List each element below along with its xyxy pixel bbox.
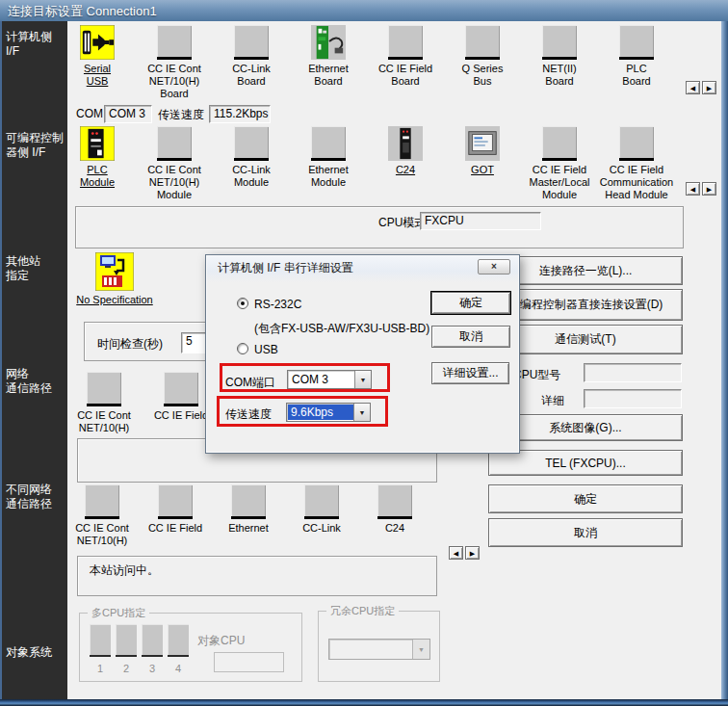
icon-label: CC-Link Module (232, 164, 271, 189)
board-icon (619, 25, 654, 60)
pc-if-row: Serial USB CC IE Cont NET/10(H) Board CC… (59, 25, 675, 100)
detail-field (584, 389, 682, 408)
other-station-no-spec[interactable]: No Specification (62, 252, 168, 306)
board-icon (234, 25, 269, 60)
diff-net-cc-link[interactable]: CC-Link (285, 484, 358, 547)
tel-button[interactable]: TEL (FXCPU)... (488, 450, 683, 476)
plc-if-scroll: ◀ ▶ (686, 182, 716, 196)
board-icon (388, 25, 423, 60)
window-border-bottom (0, 699, 728, 706)
module-icon (542, 126, 577, 161)
multi-cpu-slots (90, 624, 189, 657)
rs232c-note: (包含FX-USB-AW/FX3U-USB-BD) (254, 321, 429, 337)
sidebar-item-target-system: 对象系统 (6, 645, 65, 660)
sidebar: 计算机侧 I/F 可编程控制 器侧 I/F 其他站 指定 网络 通信路径 不同网… (0, 21, 67, 699)
net-route-cc-ie-cont[interactable]: CC IE Cont NET/10(H) (65, 372, 143, 434)
pc-if-plc-board[interactable]: PLC Board (598, 25, 675, 100)
icon-label: CC-Link Board (232, 63, 271, 88)
cpu-slot-4 (168, 624, 189, 657)
scroll-right-icon[interactable]: ▶ (465, 546, 480, 560)
plc-if-ethernet-module[interactable]: Ethernet Module (290, 126, 367, 201)
diff-net-c24[interactable]: C24 (358, 484, 431, 547)
status-text: 本站访问中。 (90, 562, 159, 579)
close-icon[interactable]: × (478, 259, 510, 275)
icon-label: CC IE Field Communication Head Module (600, 164, 673, 201)
diff-net-cc-ie-cont[interactable]: CC IE Cont NET/10(H) (65, 484, 139, 547)
icon-label: No Specification (62, 294, 168, 306)
sidebar-item-diff-network: 不同网络 通信路径 (6, 483, 65, 511)
speed-label: 传送速度 (158, 107, 204, 123)
com-port-display: COM 3 (104, 105, 152, 123)
pc-if-cc-ie-cont-board[interactable]: CC IE Cont NET/10(H) Board (136, 25, 213, 100)
slot-number: 4 (168, 663, 189, 674)
icon-label: PLC Board (622, 63, 650, 88)
scroll-left-icon[interactable]: ◀ (449, 546, 463, 560)
slot-number: 3 (142, 663, 163, 674)
window-titlebar[interactable]: 连接目标设置 Connection1 (0, 0, 728, 21)
plc-if-c24[interactable]: C24 (367, 126, 444, 201)
scroll-right-icon[interactable]: ▶ (702, 182, 716, 196)
scroll-right-icon[interactable]: ▶ (702, 81, 716, 94)
icon-label: Ethernet Module (308, 164, 349, 189)
module-icon (619, 126, 654, 161)
rs232c-radio-label: RS-232C (254, 298, 301, 311)
dialog-title: 计算机侧 I/F 串行详细设置 (218, 260, 353, 276)
pc-if-scroll: ◀ ▶ (686, 81, 716, 94)
multi-cpu-slot-numbers: 1 2 3 4 (90, 663, 189, 674)
transfer-setup-window: 连接目标设置 Connection1 计算机侧 I/F 可编程控制 器侧 I/F… (0, 0, 728, 706)
plc-if-row: PLC Module CC IE Cont NET/10(H) Module C… (59, 126, 675, 201)
icon-label: Q Series Bus (462, 63, 504, 88)
cpu-slot-2 (116, 624, 137, 657)
icon-label: GOT (471, 164, 494, 176)
sidebar-item-other-station: 其他站 指定 (6, 254, 65, 283)
redundant-cpu-combobox: ▼ (328, 639, 430, 660)
plc-if-plc-module[interactable]: PLC Module (59, 126, 136, 201)
speed-display: 115.2Kbps (209, 105, 271, 123)
module-icon (234, 126, 269, 161)
redundant-cpu-legend: 冗余CPU指定 (326, 604, 399, 618)
diff-net-ethernet[interactable]: Ethernet (212, 484, 285, 547)
plc-if-got[interactable]: GOT (444, 126, 521, 201)
com-port-highlight-annotation (220, 363, 390, 392)
icon-label: Ethernet Board (308, 63, 349, 88)
multi-cpu-legend: 多CPU指定 (88, 606, 149, 620)
pc-if-serial-usb[interactable]: Serial USB (59, 25, 136, 100)
slot-number: 2 (116, 663, 137, 674)
icon-label: CC IE Field Board (378, 63, 432, 88)
plc-if-cc-ie-field-head[interactable]: CC IE Field Communication Head Module (598, 126, 675, 201)
c24-icon (388, 126, 423, 161)
network-route-row: CC IE Cont NET/10(H) CC IE Field (65, 372, 220, 434)
icon-label: CC IE Field Master/Local Module (530, 164, 590, 201)
icon-label: NET(II) Board (542, 63, 576, 88)
dialog-cancel-button[interactable]: 取消 (431, 326, 510, 348)
plc-if-cc-link-module[interactable]: CC-Link Module (213, 126, 290, 201)
icon-label: C24 (385, 522, 404, 535)
module-icon (164, 372, 198, 406)
scroll-left-icon[interactable]: ◀ (686, 81, 700, 94)
cancel-button[interactable]: 取消 (488, 518, 683, 547)
pc-if-net2-board[interactable]: NET(II) Board (521, 25, 598, 100)
dialog-ok-button[interactable]: 确定 (431, 292, 510, 314)
detail-settings-button[interactable]: 详细设置... (431, 362, 509, 384)
time-check-label: 时间检查(秒) (97, 336, 163, 353)
usb-radio[interactable] (237, 343, 248, 354)
diff-network-scroll: ◀ ▶ (449, 546, 480, 560)
serial-usb-icon (80, 25, 115, 60)
target-cpu-label: 对象CPU (197, 633, 245, 649)
plc-if-cc-ie-field-master[interactable]: CC IE Field Master/Local Module (521, 126, 598, 201)
pc-if-cc-ie-field-board[interactable]: CC IE Field Board (367, 25, 444, 100)
plc-if-cc-ie-cont-module[interactable]: CC IE Cont NET/10(H) Module (136, 126, 213, 201)
scroll-left-icon[interactable]: ◀ (686, 182, 700, 196)
icon-label: CC IE Cont NET/10(H) (77, 409, 131, 434)
rs232c-radio[interactable] (237, 298, 248, 309)
pc-if-ethernet-board[interactable]: Ethernet Board (290, 25, 367, 100)
sidebar-item-plc-if: 可编程控制 器侧 I/F (6, 131, 65, 160)
diff-net-cc-ie-field[interactable]: CC IE Field (139, 484, 212, 547)
icon-label: Serial USB (84, 63, 111, 88)
pc-if-q-series-bus[interactable]: Q Series Bus (444, 25, 521, 100)
icon-label: CC IE Field (148, 522, 202, 535)
plc-module-icon (80, 126, 115, 161)
pc-if-cc-link-board[interactable]: CC-Link Board (213, 25, 290, 100)
ok-button[interactable]: 确定 (488, 484, 683, 513)
cpu-model-label: CPU型号 (513, 367, 560, 383)
